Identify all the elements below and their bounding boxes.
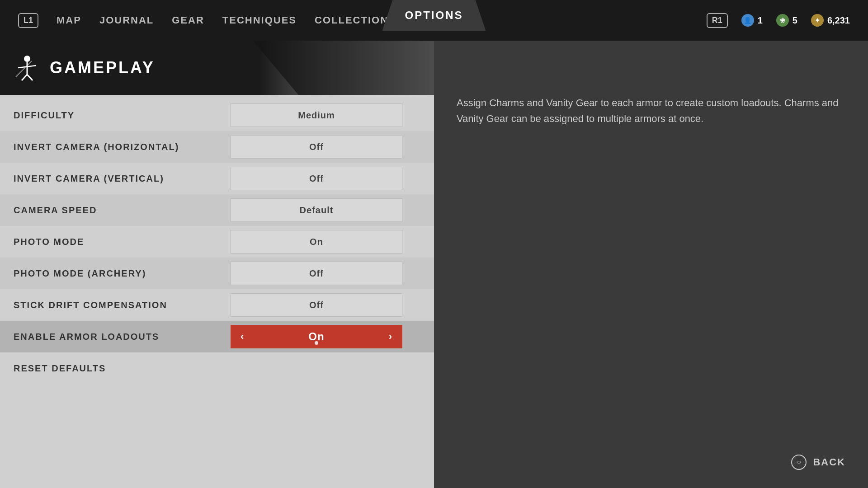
back-button-label[interactable]: BACK <box>813 456 845 468</box>
stick-drift-value[interactable]: Off <box>231 293 402 317</box>
photo-archery-value[interactable]: Off <box>231 262 402 285</box>
resource-flowers: ❀ 5 <box>776 14 797 27</box>
nav-left-section: L1 MAP JOURNAL GEAR TECHNIQUES COLLECTIO… <box>18 13 396 28</box>
photo-archery-label: PHOTO MODE (ARCHERY) <box>14 268 231 279</box>
back-button-area: ○ BACK <box>457 455 845 470</box>
back-icon-symbol: ○ <box>797 458 802 466</box>
top-navigation: L1 MAP JOURNAL GEAR TECHNIQUES COLLECTIO… <box>0 0 868 41</box>
currency-value: 6,231 <box>827 15 850 26</box>
invert-h-value[interactable]: Off <box>231 135 402 159</box>
l1-button[interactable]: L1 <box>18 13 38 28</box>
setting-row-armor-loadouts[interactable]: ENABLE ARMOR LOADOUTS ‹ On › <box>0 321 434 352</box>
nav-item-techniques[interactable]: TECHNIQUES <box>222 14 297 26</box>
r1-button[interactable]: R1 <box>707 13 728 28</box>
resource-followers: 👤 1 <box>741 14 763 27</box>
setting-row-stick-drift[interactable]: STICK DRIFT COMPENSATION Off <box>0 289 434 321</box>
reset-defaults-label: RESET DEFAULTS <box>14 363 231 374</box>
value-indicator-dot <box>315 341 318 345</box>
invert-v-label: INVERT CAMERA (VERTICAL) <box>14 174 231 184</box>
arrow-right-icon[interactable]: › <box>386 331 395 343</box>
photo-mode-label: PHOTO MODE <box>14 237 231 247</box>
flowers-value: 5 <box>793 15 797 26</box>
settings-list: DIFFICULTY Medium INVERT CAMERA (HORIZON… <box>0 95 434 488</box>
svg-line-5 <box>16 61 32 77</box>
followers-value: 1 <box>758 15 763 26</box>
setting-row-invert-v[interactable]: INVERT CAMERA (VERTICAL) Off <box>0 163 434 194</box>
currency-icon: ✦ <box>811 14 824 27</box>
arrow-left-icon[interactable]: ‹ <box>238 331 247 343</box>
setting-row-photo-archery[interactable]: PHOTO MODE (ARCHERY) Off <box>0 258 434 289</box>
photo-mode-value[interactable]: On <box>231 230 402 253</box>
setting-row-photo-mode[interactable]: PHOTO MODE On <box>0 226 434 258</box>
setting-row-invert-h[interactable]: INVERT CAMERA (HORIZONTAL) Off <box>0 131 434 163</box>
svg-line-3 <box>22 75 27 80</box>
nav-item-collections[interactable]: COLLECTIONS <box>315 14 396 26</box>
camera-speed-label: CAMERA SPEED <box>14 205 231 216</box>
invert-h-label: INVERT CAMERA (HORIZONTAL) <box>14 142 231 152</box>
gameplay-section-icon <box>14 54 41 81</box>
resource-currency: ✦ 6,231 <box>811 14 850 27</box>
armor-loadouts-value[interactable]: ‹ On › <box>231 325 402 348</box>
nav-item-map[interactable]: MAP <box>57 14 81 26</box>
difficulty-label: DIFFICULTY <box>14 110 231 121</box>
flowers-icon: ❀ <box>776 14 789 27</box>
setting-row-camera-speed[interactable]: CAMERA SPEED Default <box>0 194 434 226</box>
back-circle-icon[interactable]: ○ <box>791 455 807 470</box>
setting-description: Assign Charms and Vanity Gear to each ar… <box>457 95 845 127</box>
nav-item-gear[interactable]: GEAR <box>172 14 204 26</box>
followers-icon: 👤 <box>741 14 754 27</box>
main-content: GAMEPLAY DIFFICULTY Medium INVERT CAMERA… <box>0 41 868 488</box>
nav-item-journal[interactable]: JOURNAL <box>99 14 154 26</box>
section-header: GAMEPLAY <box>0 41 434 95</box>
active-tab-options[interactable]: OPTIONS <box>382 0 486 31</box>
right-panel: Assign Charms and Vanity Gear to each ar… <box>434 41 868 488</box>
nav-right-section: R1 👤 1 ❀ 5 ✦ 6,231 <box>707 13 850 28</box>
difficulty-value[interactable]: Medium <box>231 103 402 127</box>
left-panel: GAMEPLAY DIFFICULTY Medium INVERT CAMERA… <box>0 41 434 488</box>
active-tab-label: OPTIONS <box>405 9 463 21</box>
section-title: GAMEPLAY <box>50 58 155 77</box>
setting-row-reset[interactable]: RESET DEFAULTS <box>0 352 434 384</box>
svg-point-0 <box>24 56 30 62</box>
setting-row-difficulty[interactable]: DIFFICULTY Medium <box>0 99 434 131</box>
invert-v-value[interactable]: Off <box>231 167 402 190</box>
stick-drift-label: STICK DRIFT COMPENSATION <box>14 300 231 310</box>
svg-line-4 <box>27 75 33 80</box>
camera-speed-value[interactable]: Default <box>231 198 402 222</box>
armor-loadouts-label: ENABLE ARMOR LOADOUTS <box>14 332 231 342</box>
